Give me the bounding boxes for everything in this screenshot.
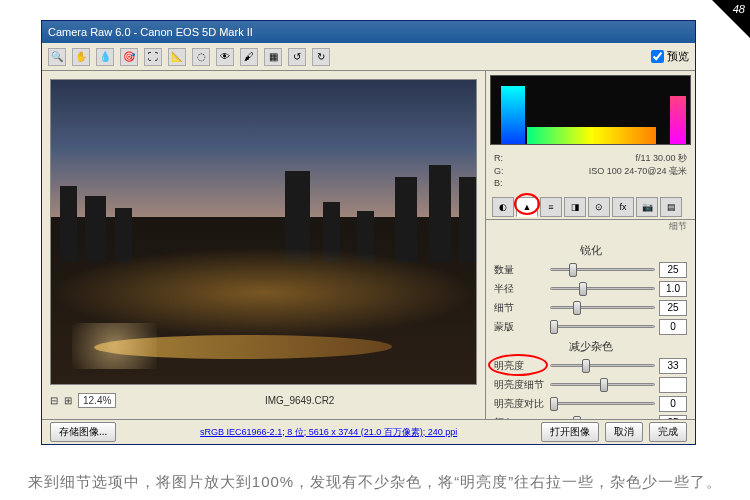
cancel-button[interactable]: 取消 <box>605 422 643 442</box>
rotate-cw-icon[interactable]: ↻ <box>312 48 330 66</box>
redeye-tool-icon[interactable]: 👁 <box>216 48 234 66</box>
open-button[interactable]: 打开图像 <box>541 422 599 442</box>
detail-panel: 锐化 数量25 半径1.0 细节25 蒙版0 减少杂色 明亮度33 明亮度细节 … <box>486 235 695 419</box>
zoom-tool-icon[interactable]: 🔍 <box>48 48 66 66</box>
tab-basic[interactable]: ◐ <box>492 197 514 217</box>
mask-slider[interactable] <box>550 320 655 334</box>
workflow-link[interactable]: sRGB IEC61966-2.1; 8 位; 5616 x 3744 (21.… <box>200 426 457 439</box>
window-title: Camera Raw 6.0 - Canon EOS 5D Mark II <box>48 26 253 38</box>
preview-checkbox[interactable]: 预览 <box>651 49 689 64</box>
tab-cal[interactable]: 📷 <box>636 197 658 217</box>
brush-tool-icon[interactable]: 🖌 <box>240 48 258 66</box>
color-sampler-icon[interactable]: 🎯 <box>120 48 138 66</box>
luminance-slider[interactable] <box>550 359 655 373</box>
photo-preview[interactable] <box>50 79 477 385</box>
tab-split[interactable]: ◨ <box>564 197 586 217</box>
settings-pane: R:f/11 30.00 秒 G:ISO 100 24-70@24 毫米 B: … <box>485 71 695 419</box>
main-area: ⊟ ⊞ 12.4% IMG_9649.CR2 R:f/11 30.00 秒 G:… <box>42 71 695 419</box>
lum-contrast-slider[interactable] <box>550 397 655 411</box>
lum-detail-slider[interactable] <box>550 378 655 392</box>
tab-fx[interactable]: fx <box>612 197 634 217</box>
straighten-tool-icon[interactable]: 📐 <box>168 48 186 66</box>
tab-preset[interactable]: ▤ <box>660 197 682 217</box>
panel-tabs: ◐ ▲ ≡ ◨ ⊙ fx 📷 ▤ <box>486 195 695 220</box>
zoom-level[interactable]: 12.4% <box>78 393 116 408</box>
exif-info: R:f/11 30.00 秒 G:ISO 100 24-70@24 毫米 B: <box>486 149 695 193</box>
hand-tool-icon[interactable]: ✋ <box>72 48 90 66</box>
histogram <box>490 75 691 145</box>
bottom-bar: 存储图像... sRGB IEC61966-2.1; 8 位; 5616 x 3… <box>42 419 695 444</box>
tab-hsl[interactable]: ≡ <box>540 197 562 217</box>
amount-slider[interactable] <box>550 263 655 277</box>
toolbar: 🔍 ✋ 💧 🎯 ⛶ 📐 ◌ 👁 🖌 ▦ ↺ ↻ 预览 <box>42 43 695 71</box>
save-button[interactable]: 存储图像... <box>50 422 116 442</box>
wb-tool-icon[interactable]: 💧 <box>96 48 114 66</box>
preview-check-input[interactable] <box>651 50 664 63</box>
zoom-in-icon[interactable]: ⊞ <box>64 395 72 406</box>
gradient-tool-icon[interactable]: ▦ <box>264 48 282 66</box>
tabs-name: 细节 <box>486 220 695 235</box>
title-bar: Camera Raw 6.0 - Canon EOS 5D Mark II <box>42 21 695 43</box>
caption-text: 来到细节选项中，将图片放大到100%，发现有不少杂色，将“明亮度”往右拉一些，杂… <box>0 473 750 492</box>
sharpen-title: 锐化 <box>494 243 687 258</box>
filename: IMG_9649.CR2 <box>265 395 334 406</box>
tab-lens[interactable]: ⊙ <box>588 197 610 217</box>
camera-raw-window: Camera Raw 6.0 - Canon EOS 5D Mark II 🔍 … <box>41 20 696 445</box>
preview-pane: ⊟ ⊞ 12.4% IMG_9649.CR2 <box>42 71 485 419</box>
crop-tool-icon[interactable]: ⛶ <box>144 48 162 66</box>
zoom-out-icon[interactable]: ⊟ <box>50 395 58 406</box>
zoom-bar: ⊟ ⊞ 12.4% IMG_9649.CR2 <box>50 389 477 411</box>
done-button[interactable]: 完成 <box>649 422 687 442</box>
rotate-ccw-icon[interactable]: ↺ <box>288 48 306 66</box>
radius-slider[interactable] <box>550 282 655 296</box>
page-corner: 48 <box>712 0 750 38</box>
spot-tool-icon[interactable]: ◌ <box>192 48 210 66</box>
detail-slider[interactable] <box>550 301 655 315</box>
tab-detail[interactable]: ▲ <box>516 197 538 217</box>
nr-title: 减少杂色 <box>494 339 687 354</box>
